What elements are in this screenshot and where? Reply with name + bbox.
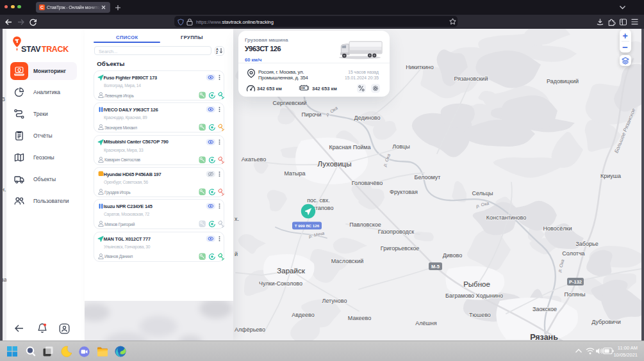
svg-text:М-5: М-5 — [431, 264, 440, 269]
svg-text:Солотча: Солотча — [562, 250, 584, 257]
svg-text:Никиткино: Никиткино — [406, 64, 434, 70]
svg-text:Алфёрьево: Алфёрьево — [235, 326, 265, 333]
svg-text:Z: Z — [216, 51, 219, 54]
svg-text:Р-132: Р-132 — [569, 279, 582, 285]
svg-text:Поляны: Поляны — [565, 291, 586, 298]
svg-text:Алёшня: Алёшня — [415, 320, 436, 326]
svg-text:й: й — [235, 251, 238, 257]
svg-text:Ловцы: Ловцы — [392, 143, 409, 150]
svg-text:Газопроводск: Газопроводск — [378, 229, 414, 235]
svg-text:КМ: КМ — [301, 86, 305, 90]
svg-text:Дединово: Дединово — [354, 115, 381, 121]
svg-text:Павловское: Павловское — [349, 221, 381, 228]
svg-text:Баграмово Ходынино: Баграмово Ходынино — [445, 293, 503, 299]
svg-text:Масловский: Масловский — [331, 258, 364, 264]
svg-text:Дубровичи: Дубровичи — [591, 319, 621, 325]
svg-text:пос. свх.: пос. свх. — [307, 197, 330, 204]
svg-text:Рязановский: Рязановский — [454, 76, 488, 82]
svg-text:Головачёво: Головачёво — [352, 180, 383, 186]
svg-text:Летуново: Летуново — [322, 298, 347, 304]
svg-text:Дивово: Дивово — [443, 252, 463, 259]
svg-text:Т 999 ВС 126: Т 999 ВС 126 — [295, 223, 320, 228]
svg-text:Белоомут: Белоомут — [415, 174, 441, 180]
svg-text:Заокское: Заокское — [533, 306, 557, 312]
svg-text:Радовицкий: Радовицкий — [547, 78, 579, 84]
svg-text:Чулки-Соколово: Чулки-Соколово — [259, 280, 302, 287]
svg-text:Фруктовая: Фруктовая — [390, 189, 418, 195]
svg-text:Новосёлки: Новосёлки — [543, 225, 572, 232]
svg-text:Пирочи: Пирочи — [301, 111, 321, 118]
svg-text:Авдеево: Авдеево — [292, 312, 315, 318]
svg-text:Сергиевский: Сергиевский — [273, 100, 307, 106]
svg-text:Зарайск: Зарайск — [277, 267, 305, 275]
svg-text:Тюшево: Тюшево — [469, 312, 491, 318]
svg-text:Сельцы: Сельцы — [472, 190, 493, 197]
svg-text:Красная Пойма: Красная Пойма — [329, 144, 371, 150]
svg-text:Заборье: Заборье — [575, 241, 598, 247]
svg-text:Рязань: Рязань — [530, 333, 558, 341]
svg-text:Акатьево: Акатьево — [242, 156, 266, 163]
svg-text:Луховицы: Луховицы — [318, 160, 352, 168]
svg-text:Криуша: Криуша — [600, 173, 621, 179]
svg-text:Рыбное: Рыбное — [463, 280, 490, 288]
svg-text:х.: х. — [235, 216, 239, 222]
svg-text:В: В — [3, 96, 5, 102]
svg-text:Макеево: Макеево — [348, 315, 371, 321]
svg-text:Константиново: Константиново — [486, 214, 527, 221]
svg-text:Матыра: Матыра — [284, 170, 305, 177]
svg-text:Григорьевское: Григорьевское — [381, 245, 419, 252]
